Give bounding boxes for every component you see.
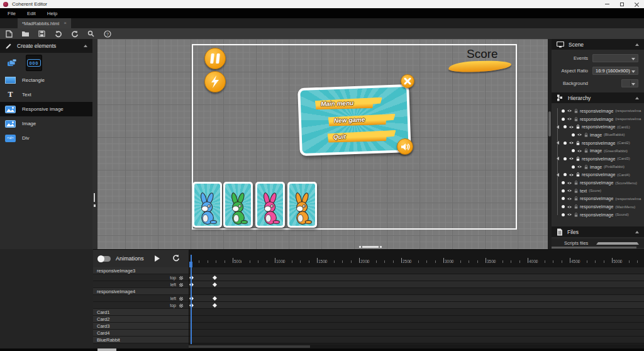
new-file-icon[interactable] — [5, 30, 13, 38]
visibility-dot-icon[interactable] — [562, 213, 565, 216]
collapse-arrow-icon[interactable] — [635, 231, 639, 233]
expand-arrow-icon[interactable] — [557, 125, 559, 129]
hierarchy-item-card4[interactable]: responsiveImage(Card4) — [555, 171, 644, 179]
menu-edit[interactable]: Edit — [22, 9, 41, 18]
redo-icon[interactable] — [70, 30, 79, 38]
eye-icon[interactable] — [569, 125, 574, 129]
keyframe-diamond[interactable] — [213, 303, 217, 308]
close-window-icon[interactable] — [635, 2, 639, 6]
play-icon[interactable] — [155, 255, 160, 262]
gear-icon[interactable] — [179, 279, 184, 290]
eye-icon[interactable] — [567, 117, 572, 121]
lock-icon[interactable] — [574, 109, 578, 113]
visibility-dot-icon[interactable] — [562, 197, 565, 200]
hierarchy-item-mainmenu[interactable]: responsiveImage(MainMenu) — [555, 203, 644, 211]
eye-icon[interactable] — [567, 181, 572, 185]
lane-card4[interactable] — [189, 330, 644, 337]
visibility-dot-icon[interactable] — [562, 109, 565, 113]
visibility-dot-icon[interactable] — [564, 125, 567, 128]
hierarchy-item-card2[interactable]: responsiveImage(Card2) — [555, 139, 644, 147]
visibility-dot-icon[interactable] — [564, 173, 567, 176]
lock-icon[interactable] — [574, 181, 578, 185]
lane-left[interactable] — [189, 295, 644, 302]
create-text-item[interactable]: T Text — [0, 87, 92, 102]
minimize-icon[interactable] — [605, 4, 609, 4]
lock-icon[interactable] — [584, 165, 588, 169]
eye-icon[interactable] — [569, 173, 574, 177]
score-label[interactable]: Score — [467, 47, 498, 61]
eye-icon[interactable] — [569, 157, 574, 160]
eye-icon[interactable] — [577, 133, 582, 136]
inspector-horizontal-scrollbar[interactable] — [552, 247, 636, 248]
visibility-dot-icon[interactable] — [562, 181, 565, 184]
track-prop-left[interactable]: left — [93, 281, 189, 288]
menu-close-button[interactable] — [401, 74, 414, 88]
lane-bluerabbit[interactable] — [189, 337, 644, 343]
card-greenrabbit[interactable] — [223, 182, 253, 228]
lock-icon[interactable] — [574, 213, 578, 217]
save-icon[interactable] — [38, 30, 46, 38]
eye-icon[interactable] — [567, 109, 572, 113]
design-canvas[interactable]: Score Main menu New game Quit — [92, 39, 548, 249]
lane-card2[interactable] — [189, 316, 644, 323]
timeline-ruler[interactable]: 500100015002000250030003500400045005000 — [189, 250, 644, 267]
eye-icon[interactable] — [577, 165, 582, 169]
visibility-dot-icon[interactable] — [564, 142, 567, 145]
create-responsive-image-item[interactable]: Responsive image — [0, 102, 92, 116]
boost-button[interactable] — [204, 71, 226, 92]
track-responsiveimage4[interactable]: responsiveImage4 — [93, 288, 189, 295]
track-prop-top[interactable]: top — [93, 302, 189, 309]
hierarchy-item-score[interactable]: text(Score) — [555, 187, 644, 195]
lane-card1[interactable] — [189, 309, 644, 316]
files-section-header[interactable]: Files — [552, 226, 644, 237]
visibility-dot-icon[interactable] — [562, 205, 565, 208]
animations-toggle[interactable] — [98, 256, 111, 262]
track-card2[interactable]: Card2 — [93, 316, 189, 323]
background-color-dropdown[interactable] — [621, 79, 638, 87]
eye-icon[interactable] — [567, 189, 572, 192]
restart-icon[interactable] — [172, 253, 180, 264]
lock-icon[interactable] — [584, 133, 588, 137]
hierarchy-item-greenrabbit[interactable]: image(GreenRabbit) — [555, 147, 644, 155]
lock-icon[interactable] — [574, 196, 578, 201]
hierarchy-item-sound[interactable]: responsiveImage(Sound) — [555, 211, 644, 219]
lane-top[interactable] — [189, 274, 644, 281]
hierarchy-item-pinkrabbit[interactable]: image(PinkRabbit) — [555, 163, 644, 171]
create-div-item[interactable]: <d> Div — [0, 131, 92, 145]
main-menu-button[interactable]: Main menu — [315, 97, 383, 110]
eye-icon[interactable] — [567, 213, 572, 216]
open-folder-icon[interactable] — [21, 30, 30, 38]
create-elements-header[interactable]: Create elements — [0, 39, 92, 53]
lock-icon[interactable] — [576, 157, 580, 161]
sound-button[interactable] — [397, 138, 413, 155]
new-game-button[interactable]: New game — [328, 114, 396, 127]
collapse-arrow-icon[interactable] — [635, 43, 639, 46]
collapse-arrow-icon[interactable] — [635, 97, 639, 99]
track-card4[interactable]: Card4 — [93, 330, 189, 337]
game-menu-panel[interactable]: Main menu New game Quit — [297, 84, 411, 156]
hierarchy-item-scoremenu[interactable]: responsiveImage(ScoreMenu) — [555, 179, 644, 187]
search-icon[interactable] — [87, 30, 95, 38]
eye-icon[interactable] — [567, 205, 572, 209]
events-dropdown[interactable] — [592, 54, 638, 62]
visibility-dot-icon[interactable] — [572, 133, 575, 136]
card-pinkrabbit[interactable] — [255, 182, 285, 228]
maximize-icon[interactable] — [620, 3, 624, 6]
lock-icon[interactable] — [574, 189, 578, 193]
lock-icon[interactable] — [576, 172, 580, 177]
pause-button[interactable] — [204, 48, 226, 69]
lane-responsiveimage3[interactable] — [189, 267, 644, 274]
visibility-dot-icon[interactable] — [562, 189, 565, 192]
canvas-horizontal-scrollbar[interactable] — [359, 245, 382, 248]
visibility-dot-icon[interactable] — [572, 149, 575, 152]
hierarchy-item-card3[interactable]: responsiveImage(Card3) — [555, 155, 644, 163]
menu-file[interactable]: File — [3, 9, 21, 18]
aspect-ratio-dropdown[interactable]: 16:9 (1600x900) — [592, 67, 638, 75]
expand-arrow-icon[interactable] — [557, 141, 559, 145]
quit-button[interactable]: Quit — [328, 130, 397, 143]
lane-responsiveimage4[interactable] — [189, 288, 644, 295]
visibility-dot-icon[interactable] — [564, 157, 567, 160]
lock-icon[interactable] — [574, 204, 578, 209]
keyframe-diamond[interactable] — [213, 282, 217, 287]
expand-arrow-icon[interactable] — [557, 173, 559, 177]
